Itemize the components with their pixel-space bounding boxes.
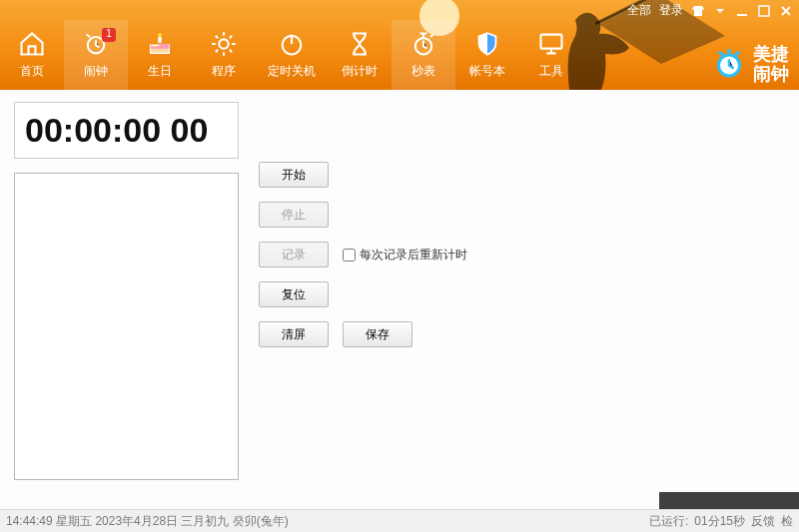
nav-badge: 1	[102, 28, 116, 42]
nav-label: 生日	[148, 64, 172, 78]
titlebar: 全部 登录	[627, 2, 793, 19]
brand-text: 美捷 闹钟	[753, 44, 789, 84]
app-header: 全部 登录 首页 1 闹钟	[0, 0, 799, 90]
shield-icon	[471, 28, 503, 60]
nav-label: 工具	[539, 64, 563, 78]
reset-button[interactable]: 复位	[259, 281, 329, 307]
svg-rect-10	[541, 35, 562, 49]
nav-label: 程序	[212, 64, 236, 78]
svg-point-7	[219, 39, 228, 48]
app-brand: 美捷 闹钟	[711, 44, 789, 84]
status-feedback-link[interactable]: 反馈	[751, 510, 775, 533]
status-extra: 检	[781, 510, 793, 533]
home-icon	[16, 28, 48, 60]
save-button[interactable]: 保存	[343, 321, 412, 347]
stop-button[interactable]: 停止	[259, 202, 329, 228]
main-nav: 首页 1 闹钟 生日 程序 定时关机	[0, 20, 583, 90]
nav-account[interactable]: 帐号本	[455, 20, 519, 90]
nav-label: 首页	[20, 64, 44, 78]
cake-icon	[144, 28, 176, 60]
checkbox-label: 每次记录后重新计时	[360, 247, 467, 264]
nav-label: 倒计时	[342, 64, 378, 78]
reset-after-record-checkbox[interactable]: 每次记录后重新计时	[343, 247, 467, 264]
nav-tools[interactable]: 工具	[519, 20, 583, 90]
svg-point-13	[727, 49, 731, 53]
record-button[interactable]: 记录	[259, 242, 329, 267]
monitor-icon	[535, 28, 567, 60]
stopwatch-display: 00:00:00 00	[14, 102, 239, 159]
close-icon[interactable]	[779, 4, 793, 18]
power-icon	[276, 28, 308, 60]
nav-shutdown[interactable]: 定时关机	[256, 20, 328, 90]
menu-icon[interactable]	[713, 4, 727, 18]
svg-rect-3	[759, 6, 769, 16]
nav-label: 定时关机	[268, 64, 316, 78]
maximize-icon[interactable]	[757, 4, 771, 18]
skin-icon[interactable]	[691, 4, 705, 18]
nav-label: 闹钟	[84, 64, 108, 78]
nav-label: 秒表	[411, 64, 435, 78]
svg-point-6	[158, 34, 162, 38]
status-weekday: 星期五	[56, 514, 92, 528]
status-date: 2023年4月28日	[95, 514, 178, 528]
stopwatch-controls: 开始 停止 记录 每次记录后重新计时 复位 清屏 保存	[259, 102, 467, 509]
svg-rect-5	[158, 37, 162, 43]
nav-stopwatch[interactable]: 秒表	[392, 20, 455, 90]
nav-home[interactable]: 首页	[0, 20, 64, 90]
start-button[interactable]: 开始	[259, 162, 329, 188]
nav-countdown[interactable]: 倒计时	[328, 20, 392, 90]
lap-log-box[interactable]	[14, 173, 239, 480]
nav-birthday[interactable]: 生日	[128, 20, 192, 90]
minimize-icon[interactable]	[735, 4, 749, 18]
svg-rect-2	[737, 14, 747, 16]
clear-button[interactable]: 清屏	[259, 321, 329, 347]
stopwatch-icon	[407, 28, 439, 60]
reset-after-record-input[interactable]	[343, 249, 356, 262]
titlebar-all-link[interactable]: 全部	[627, 2, 651, 19]
nav-program[interactable]: 程序	[192, 20, 256, 90]
nav-alarm[interactable]: 1 闹钟	[64, 20, 128, 90]
status-uptime-value: 01分15秒	[694, 510, 745, 533]
hourglass-icon	[344, 28, 376, 60]
gear-icon	[208, 28, 240, 60]
brand-clock-icon	[711, 46, 747, 82]
status-lunar: 三月初九 癸卯(兔年)	[181, 514, 288, 528]
status-bar: 14:44:49 星期五 2023年4月28日 三月初九 癸卯(兔年) 已运行:…	[0, 509, 799, 532]
status-uptime-prefix: 已运行:	[649, 510, 688, 533]
status-time: 14:44:49	[6, 514, 53, 528]
nav-label: 帐号本	[469, 64, 505, 78]
content-area: 00:00:00 00 开始 停止 记录 每次记录后重新计时 复位 清屏 保存	[0, 90, 799, 509]
titlebar-login-link[interactable]: 登录	[659, 2, 683, 19]
